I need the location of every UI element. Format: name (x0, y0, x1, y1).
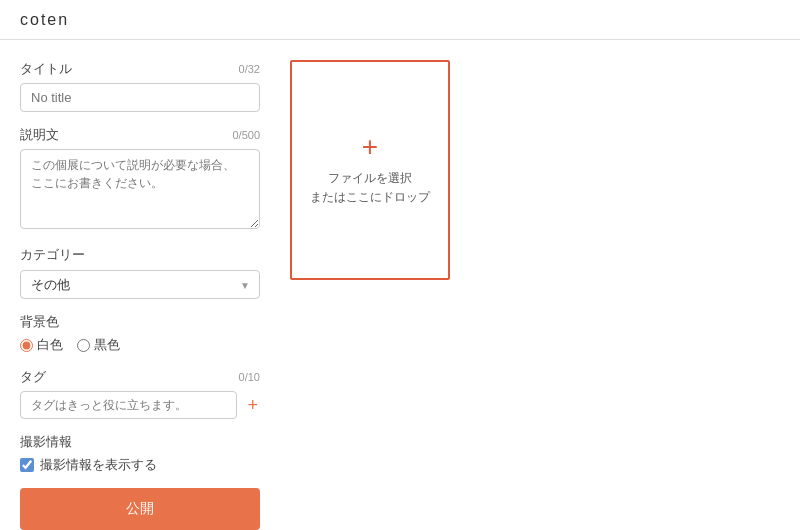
description-char-count: 0/500 (232, 129, 260, 141)
app-logo: coten (20, 11, 69, 29)
title-char-count: 0/32 (239, 63, 260, 75)
bg-color-radio-group: 白色 黒色 (20, 336, 260, 354)
bg-white-label: 白色 (37, 336, 63, 354)
tag-input[interactable] (20, 391, 237, 419)
category-select-wrapper: その他 ▼ (20, 270, 260, 299)
app-header: coten (0, 0, 800, 40)
description-label: 説明文 (20, 126, 59, 144)
drop-text-line1: ファイルを選択 (328, 171, 412, 185)
bg-black-option[interactable]: 黒色 (77, 336, 120, 354)
bg-black-radio[interactable] (77, 339, 90, 352)
tag-group: タグ 0/10 + (20, 368, 260, 419)
photo-info-checkbox[interactable] (20, 458, 34, 472)
description-label-row: 説明文 0/500 (20, 126, 260, 144)
photo-info-checkbox-option[interactable]: 撮影情報を表示する (20, 456, 260, 474)
photo-info-checkbox-label: 撮影情報を表示する (40, 456, 157, 474)
category-group: カテゴリー その他 ▼ (20, 246, 260, 299)
bg-color-label: 背景色 (20, 313, 59, 331)
right-panel: + ファイルを選択 またはここにドロップ (290, 60, 780, 530)
photo-info-group: 撮影情報 撮影情報を表示する (20, 433, 260, 474)
drop-text-line2: またはここにドロップ (310, 190, 430, 204)
title-label: タイトル (20, 60, 72, 78)
main-content: タイトル 0/32 説明文 0/500 カテゴリー その他 ▼ (0, 40, 800, 530)
action-buttons: 公開 非公開で保存 個展を削除する (20, 488, 260, 530)
tag-input-row: + (20, 391, 260, 419)
description-textarea[interactable] (20, 149, 260, 229)
tag-char-count: 0/10 (239, 371, 260, 383)
bg-color-group: 背景色 白色 黒色 (20, 313, 260, 354)
category-label-row: カテゴリー (20, 246, 260, 264)
bg-black-label: 黒色 (94, 336, 120, 354)
title-label-row: タイトル 0/32 (20, 60, 260, 78)
category-select[interactable]: その他 (20, 270, 260, 299)
tag-add-button[interactable]: + (245, 396, 260, 414)
left-panel: タイトル 0/32 説明文 0/500 カテゴリー その他 ▼ (20, 60, 260, 530)
description-group: 説明文 0/500 (20, 126, 260, 232)
bg-white-option[interactable]: 白色 (20, 336, 63, 354)
bg-white-radio[interactable] (20, 339, 33, 352)
category-label: カテゴリー (20, 246, 85, 264)
title-input[interactable] (20, 83, 260, 112)
title-group: タイトル 0/32 (20, 60, 260, 112)
photo-info-label: 撮影情報 (20, 433, 72, 451)
plus-icon: + (362, 133, 378, 161)
photo-info-label-row: 撮影情報 (20, 433, 260, 451)
tag-label: タグ (20, 368, 46, 386)
drop-text: ファイルを選択 またはここにドロップ (310, 169, 430, 207)
publish-button[interactable]: 公開 (20, 488, 260, 530)
file-drop-area[interactable]: + ファイルを選択 またはここにドロップ (290, 60, 450, 280)
bg-color-label-row: 背景色 (20, 313, 260, 331)
tag-label-row: タグ 0/10 (20, 368, 260, 386)
